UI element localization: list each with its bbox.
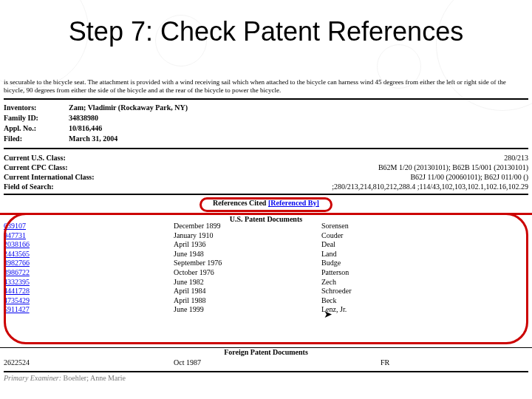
meta-row-filed: Filed: March 31, 2004 bbox=[4, 134, 528, 143]
divider bbox=[4, 98, 528, 100]
label: Appl. No.: bbox=[4, 124, 51, 132]
divider bbox=[4, 371, 528, 372]
highlight-references-cited bbox=[200, 197, 332, 212]
value: Boehler; Anne Marie bbox=[61, 374, 126, 382]
label: Filed: bbox=[4, 134, 51, 143]
foreign-patent-date: Oct 1987 bbox=[174, 358, 321, 366]
foreign-patent-number: 2622524 bbox=[4, 358, 174, 366]
class-row-fos: Field of Search: ;280/213,214,810,212,28… bbox=[4, 183, 528, 191]
class-row-intl: Current International Class: B62J 11/00 … bbox=[4, 173, 528, 181]
label: Field of Search: bbox=[4, 183, 54, 191]
cursor-icon: ➤ bbox=[324, 308, 332, 321]
label: Primary Examiner: bbox=[4, 374, 61, 382]
value: 34838980 bbox=[69, 114, 98, 122]
metadata-block: Inventors: Zam; Vladimir (Rockaway Park,… bbox=[4, 103, 528, 145]
abstract-fragment: is securable to the bicycle seat. The at… bbox=[4, 78, 528, 95]
meta-row-family: Family ID: 34838980 bbox=[4, 114, 528, 122]
foreign-patent-row: 2622524Oct 1987FR bbox=[4, 358, 528, 366]
foreign-patent-documents-header: Foreign Patent Documents bbox=[0, 347, 532, 356]
label: Inventors: bbox=[4, 103, 51, 112]
value: B62J 11/00 (20060101); B62J 011/00 () bbox=[410, 173, 528, 181]
value: Zam; Vladimir (Rockaway Park, NY) bbox=[69, 103, 188, 112]
class-row-us: Current U.S. Class: 280/213 bbox=[4, 154, 528, 162]
label: Family ID: bbox=[4, 114, 51, 122]
primary-examiner: Primary Examiner: Boehler; Anne Marie bbox=[4, 374, 126, 382]
value: March 31, 2004 bbox=[69, 134, 117, 143]
label: Current CPC Class: bbox=[4, 163, 67, 171]
divider bbox=[4, 194, 528, 195]
divider bbox=[4, 148, 528, 149]
foreign-patent-country: FR bbox=[381, 358, 528, 366]
value: 10/816,446 bbox=[69, 124, 102, 132]
value: ;280/213,214,810,212,288.4 ;114/43,102,1… bbox=[332, 183, 528, 191]
classification-block: Current U.S. Class: 280/213 Current CPC … bbox=[4, 154, 528, 192]
label: Current U.S. Class: bbox=[4, 154, 66, 162]
value: B62M 1/20 (20130101); B62B 15/001 (20130… bbox=[378, 163, 528, 171]
class-row-cpc: Current CPC Class: B62M 1/20 (20130101);… bbox=[4, 163, 528, 171]
meta-row-appl: Appl. No.: 10/816,446 bbox=[4, 124, 528, 132]
slide-title: Step 7: Check Patent References bbox=[0, 16, 532, 47]
meta-row-inventors: Inventors: Zam; Vladimir (Rockaway Park,… bbox=[4, 103, 528, 112]
foreign-patent-list: 2622524Oct 1987FR bbox=[4, 358, 528, 366]
value: 280/213 bbox=[504, 154, 528, 162]
highlight-patent-list bbox=[4, 213, 528, 344]
label: Current International Class: bbox=[4, 173, 95, 181]
